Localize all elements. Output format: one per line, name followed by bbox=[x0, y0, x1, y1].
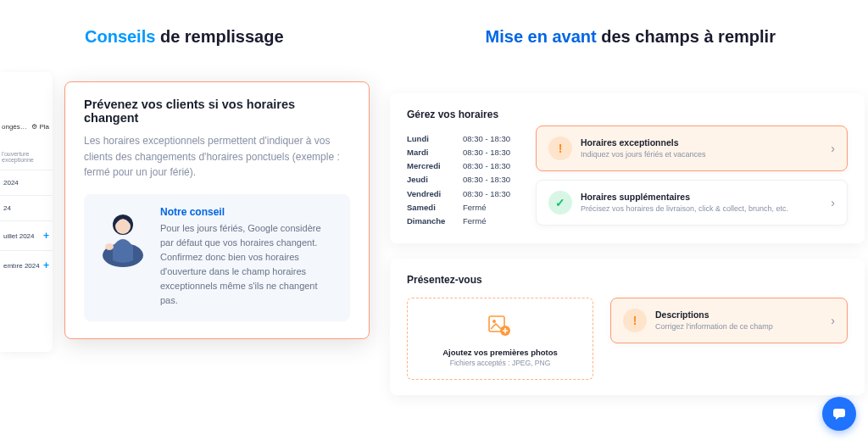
person-illustration-icon bbox=[97, 206, 148, 267]
svg-point-3 bbox=[105, 243, 114, 250]
warning-icon: ! bbox=[548, 137, 572, 160]
chevron-right-icon: › bbox=[831, 196, 835, 209]
chat-icon bbox=[831, 405, 848, 422]
check-icon: ✓ bbox=[548, 191, 572, 215]
svg-point-5 bbox=[492, 320, 496, 323]
present-panel-title: Présentez-vous bbox=[407, 274, 848, 286]
list-item[interactable]: 2024 bbox=[0, 170, 53, 195]
section-title-left: Conseils de remplissage bbox=[85, 27, 284, 47]
hours-panel: Gérez vos horaires Lundi08:30 - 18:30 Ma… bbox=[390, 93, 865, 243]
list-item[interactable]: 24 bbox=[0, 195, 53, 220]
list-item[interactable]: embre 2024+ bbox=[0, 250, 53, 280]
hours-table: Lundi08:30 - 18:30 Mardi08:30 - 18:30 Me… bbox=[407, 132, 510, 228]
chat-button[interactable] bbox=[822, 397, 856, 431]
tip-box: Notre conseil Pour les jours fériés, Goo… bbox=[84, 194, 350, 321]
plus-icon[interactable]: + bbox=[43, 230, 49, 242]
present-panel: Présentez-vous Ajoutez vos premières pho… bbox=[390, 259, 865, 395]
callout-description: Les horaires exceptionnels permettent d'… bbox=[84, 133, 350, 181]
background-sidebar: ongés… ⚙ Pla l'ouverture exceptionne 202… bbox=[0, 72, 53, 352]
list-item[interactable]: uillet 2024+ bbox=[0, 220, 53, 250]
plus-icon[interactable]: + bbox=[43, 259, 49, 271]
exceptional-hours-card[interactable]: ! Horaires exceptionnels Indiquez vos jo… bbox=[536, 125, 848, 171]
tip-title: Notre conseil bbox=[160, 206, 337, 218]
chevron-right-icon: › bbox=[831, 314, 835, 327]
warning-icon: ! bbox=[623, 309, 647, 332]
descriptions-card[interactable]: ! Descriptions Corrigez l'information de… bbox=[610, 298, 848, 343]
callout-title: Prévenez vos clients si vos horaires cha… bbox=[84, 98, 350, 125]
advice-callout: Prévenez vos clients si vos horaires cha… bbox=[64, 81, 370, 339]
chevron-right-icon: › bbox=[831, 142, 835, 155]
section-title-right: Mise en avant des champs à remplir bbox=[486, 27, 776, 47]
additional-hours-card[interactable]: ✓ Horaires supplémentaires Précisez vos … bbox=[536, 180, 848, 226]
photo-upload-zone[interactable]: Ajoutez vos premières photos Fichiers ac… bbox=[407, 298, 593, 380]
image-add-icon bbox=[488, 315, 512, 341]
tip-text: Pour les jours fériés, Google considère … bbox=[160, 221, 337, 308]
hours-panel-title: Gérez vos horaires bbox=[407, 109, 848, 120]
svg-rect-7 bbox=[833, 409, 845, 417]
